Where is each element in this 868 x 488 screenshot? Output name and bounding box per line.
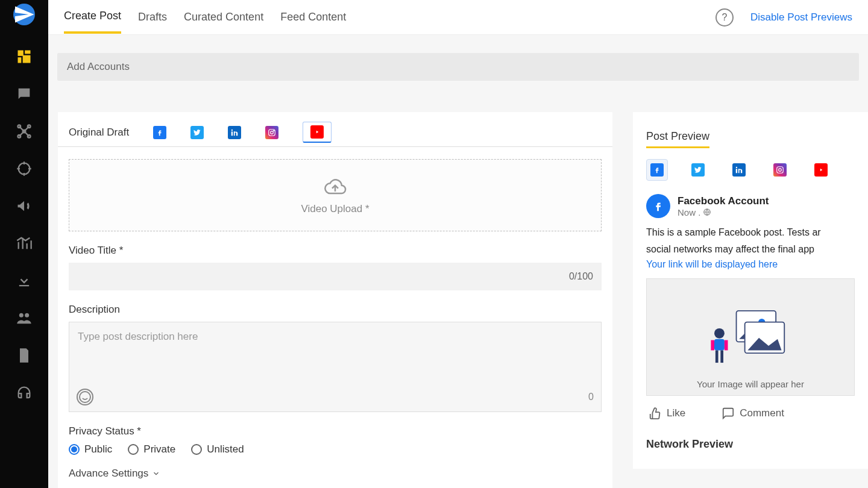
svg-point-19	[736, 167, 737, 168]
preview-facebook-tab[interactable]	[646, 159, 668, 181]
svg-point-15	[271, 131, 274, 134]
svg-rect-30	[715, 350, 719, 363]
sidebar-item-connections[interactable]	[0, 119, 48, 143]
svg-rect-2	[18, 57, 22, 63]
svg-rect-18	[736, 169, 737, 173]
sidebar-item-docs[interactable]	[0, 343, 48, 368]
svg-rect-20	[777, 167, 784, 174]
preview-platform-tabs	[646, 159, 855, 181]
privacy-private[interactable]: Private	[128, 443, 175, 455]
account-meta: Now .	[678, 207, 769, 217]
description-label: Description	[69, 304, 602, 316]
linkedin-icon[interactable]	[228, 126, 241, 139]
description-counter: 0	[588, 392, 594, 402]
comment-button[interactable]: Comment	[722, 407, 784, 420]
sidebar-item-download[interactable]	[0, 269, 48, 293]
original-draft-tab[interactable]: Original Draft	[69, 127, 129, 139]
facebook-icon[interactable]	[153, 126, 166, 139]
instagram-icon[interactable]	[265, 126, 278, 139]
tab-feed[interactable]: Feed Content	[280, 2, 346, 33]
sidebar-item-messages[interactable]	[0, 82, 48, 106]
comment-icon	[722, 407, 735, 420]
preview-body-line2: social networks may affect the final app	[646, 242, 855, 257]
youtube-icon	[310, 125, 324, 139]
thumbs-up-icon	[649, 407, 662, 420]
preview-link[interactable]: Your link will be displayed here	[646, 259, 855, 270]
description-input[interactable]: Type post description here 0	[69, 322, 602, 412]
twitter-icon[interactable]	[190, 126, 204, 139]
svg-rect-31	[720, 350, 723, 363]
youtube-tab-active[interactable]	[303, 122, 332, 143]
preview-twitter-tab[interactable]	[687, 159, 709, 181]
add-accounts-label: Add Accounts	[67, 61, 130, 73]
video-title-label: Video Title *	[69, 245, 602, 257]
app-logo[interactable]	[13, 4, 35, 25]
network-preview-heading: Network Preview	[646, 438, 855, 451]
svg-rect-3	[23, 55, 31, 63]
svg-point-21	[779, 169, 782, 172]
title-counter: 0/100	[569, 271, 593, 282]
svg-rect-1	[25, 51, 30, 54]
avatar	[646, 194, 670, 218]
left-sidebar	[0, 0, 48, 488]
preview-body-line1: This is a sample Facebook post. Tests ar	[646, 225, 855, 240]
svg-point-11	[25, 313, 29, 318]
advance-settings-toggle[interactable]: Advance Settings	[69, 468, 602, 480]
svg-point-26	[714, 328, 725, 338]
sidebar-item-target[interactable]	[0, 157, 48, 181]
emoji-button[interactable]	[77, 389, 93, 405]
sidebar-item-analytics[interactable]	[0, 231, 48, 255]
svg-rect-29	[725, 340, 728, 350]
tab-drafts[interactable]: Drafts	[138, 2, 167, 33]
preview-linkedin-tab[interactable]	[728, 159, 750, 181]
preview-instagram-tab[interactable]	[769, 159, 791, 181]
add-accounts-bar[interactable]: Add Accounts	[57, 53, 859, 81]
svg-point-10	[19, 313, 24, 318]
platform-tabs: Original Draft	[58, 118, 612, 147]
privacy-public[interactable]: Public	[69, 443, 112, 455]
smile-icon	[78, 390, 92, 404]
image-placeholder-text: Your Image will appear her	[697, 379, 804, 389]
svg-rect-28	[711, 340, 714, 350]
svg-rect-12	[231, 131, 233, 136]
top-tabs: Create Post Drafts Curated Content Feed …	[48, 0, 868, 35]
account-name: Facebook Account	[678, 195, 769, 207]
globe-icon	[703, 208, 711, 216]
svg-rect-27	[714, 339, 725, 350]
privacy-radio-group: Public Private Unlisted	[69, 443, 602, 455]
sidebar-item-team[interactable]	[0, 306, 48, 330]
help-button[interactable]: ?	[715, 8, 734, 27]
svg-point-17	[80, 392, 90, 402]
preview-actions: Like Comment	[646, 407, 855, 420]
content-area: Add Accounts	[48, 35, 868, 99]
privacy-status-label: Privacy Status *	[69, 425, 602, 437]
description-placeholder: Type post description here	[78, 331, 593, 343]
video-upload-zone[interactable]: Video Upload *	[69, 159, 602, 231]
sidebar-item-dashboard[interactable]	[0, 45, 48, 69]
tab-curated[interactable]: Curated Content	[184, 2, 263, 33]
svg-point-9	[19, 163, 30, 175]
svg-point-13	[231, 129, 233, 130]
tab-create-post[interactable]: Create Post	[64, 1, 121, 34]
facebook-icon	[652, 199, 665, 213]
video-title-input[interactable]: 0/100	[69, 263, 602, 290]
chevron-down-icon	[152, 469, 160, 478]
svg-point-16	[274, 130, 274, 131]
sidebar-item-support[interactable]	[0, 381, 48, 405]
cloud-upload-icon	[323, 175, 347, 199]
preview-title: Post Preview	[646, 130, 709, 148]
like-button[interactable]: Like	[649, 407, 685, 420]
privacy-unlisted[interactable]: Unlisted	[191, 443, 244, 455]
editor-panel: Original Draft Video Upload * Video Titl…	[58, 112, 612, 488]
disable-previews-link[interactable]: Disable Post Previews	[750, 11, 852, 23]
preview-post-header: Facebook Account Now .	[646, 194, 855, 218]
preview-image-placeholder: Your Image will appear her	[646, 278, 855, 396]
sidebar-item-announce[interactable]	[0, 194, 48, 218]
preview-youtube-tab[interactable]	[810, 159, 832, 181]
upload-label: Video Upload *	[301, 203, 369, 215]
preview-panel: Post Preview Facebook Account Now . This…	[633, 112, 868, 469]
svg-rect-0	[18, 51, 24, 56]
